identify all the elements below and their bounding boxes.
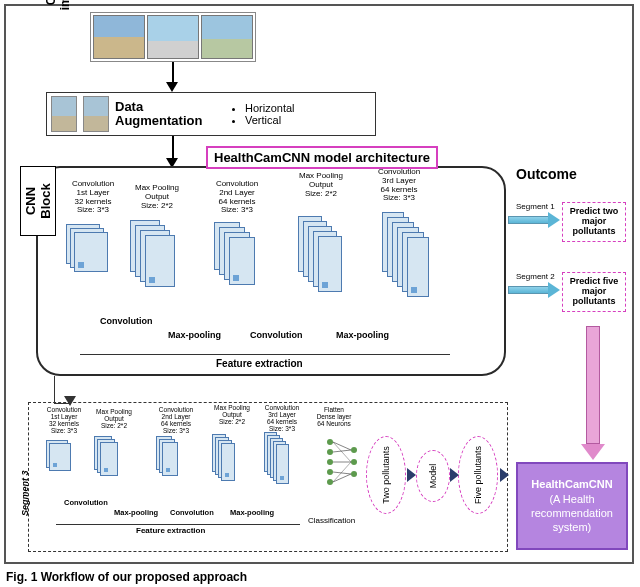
oval-five: Five pollutants	[458, 436, 498, 514]
workflow-diagram: Captured image data Data Augmentation Ho…	[4, 4, 634, 564]
svg-point-7	[351, 471, 357, 477]
svg-point-3	[327, 469, 333, 475]
outcome-arrow-2	[508, 282, 550, 298]
predict-two-box: Predict two major pollutants	[562, 202, 626, 242]
s3-classification: Classification	[308, 516, 355, 525]
svg-line-9	[333, 450, 351, 452]
svg-line-8	[333, 442, 351, 450]
svg-point-4	[327, 479, 333, 485]
segment-3-label: Segment 3	[20, 470, 30, 516]
oval-five-label: Five pollutants	[473, 446, 483, 504]
s3-feature-label: Feature extraction	[136, 526, 205, 535]
s3-op-conv2: Convolution	[170, 508, 214, 517]
svg-line-11	[333, 472, 351, 474]
aug-item-vertical: Vertical	[245, 114, 295, 126]
final-title: HealthCamCNN	[522, 477, 622, 491]
final-subtitle: (A Health recommendation system)	[522, 492, 622, 535]
conv2-label: Convolution 2nd Layer 64 kernels Size: 3…	[210, 180, 264, 215]
op-mp-2: Max-pooling	[336, 330, 389, 340]
aug-thumb-2	[83, 96, 109, 132]
s3-op-conv1: Convolution	[64, 498, 108, 507]
feature-line	[80, 354, 450, 355]
final-healthcamcnn-box: HealthCamCNN (A Health recommendation sy…	[516, 462, 628, 550]
oval-model: Model	[416, 450, 450, 502]
oval-two-label: Two pollutants	[381, 446, 391, 504]
svg-point-2	[327, 459, 333, 465]
segment-2-label: Segment 2	[516, 272, 555, 281]
chevron-2	[450, 468, 459, 482]
model-header: HealthCamCNN model architecture	[206, 146, 438, 169]
svg-point-5	[351, 447, 357, 453]
s3-feature-line	[56, 524, 300, 525]
s3-conv2: Convolution 2nd Layer 64 kernels Size: 3…	[154, 406, 198, 435]
thumb-2	[147, 15, 199, 59]
conv3-label: Convolution 3rd Layer 64 kernels Size: 3…	[372, 168, 426, 203]
svg-point-1	[327, 449, 333, 455]
predict-five-box: Predict five major pollutants	[562, 272, 626, 312]
thumb-1	[93, 15, 145, 59]
augmentation-box: Data Augmentation Horizontal Vertical	[46, 92, 376, 136]
captured-label: Captured image data	[44, 0, 72, 14]
mp1-label: Max Pooling Output Size: 2*2	[130, 184, 184, 210]
svg-point-0	[327, 439, 333, 445]
cnn-block-label: CNN Block	[20, 166, 56, 236]
thumb-3	[201, 15, 253, 59]
op-conv-1: Convolution	[100, 316, 153, 326]
oval-model-label: Model	[428, 464, 438, 489]
svg-point-6	[351, 459, 357, 465]
aug-thumb-1	[51, 96, 77, 132]
s3-conv3: Convolution 3rd Layer 64 kernels Size: 3…	[260, 404, 304, 433]
figure-caption: Fig. 1 Workflow of our proposed approach	[6, 570, 634, 584]
arrow-shaft	[172, 62, 174, 82]
augmentation-list: Horizontal Vertical	[231, 102, 295, 126]
s3-dense-layer	[324, 436, 364, 494]
conv1-label: Convolution 1st Layer 32 kernels Size: 3…	[66, 180, 120, 215]
feature-label: Feature extraction	[216, 358, 303, 369]
aug-item-horizontal: Horizontal	[245, 102, 295, 114]
op-mp-1: Max-pooling	[168, 330, 221, 340]
s3-mp2: Max Pooling Output Size: 2*2	[210, 404, 254, 425]
s3-op-mp1: Max-pooling	[114, 508, 158, 517]
segment-1-label: Segment 1	[516, 202, 555, 211]
svg-line-12	[333, 474, 351, 482]
s3-flatten: Flatten Dense layer 64 Neurons	[312, 406, 356, 427]
augmentation-title: Data Augmentation	[115, 100, 225, 129]
captured-images	[90, 12, 256, 62]
arrow-head	[166, 82, 178, 92]
mp2-label: Max Pooling Output Size: 2*2	[294, 172, 348, 198]
oval-two: Two pollutants	[366, 436, 406, 514]
s3-op-mp2: Max-pooling	[230, 508, 274, 517]
outcome-arrow-1	[508, 212, 550, 228]
outcome-label: Outcome	[516, 166, 577, 182]
s3-conv1: Convolution 1st Layer 32 kernels Size: 3…	[42, 406, 86, 435]
chevron-1	[407, 468, 416, 482]
chevron-3	[500, 468, 509, 482]
caption-text: Fig. 1 Workflow of our proposed approach	[6, 570, 247, 584]
arrow-shaft-2	[172, 136, 174, 158]
op-conv-2: Convolution	[250, 330, 303, 340]
s3-mp1: Max Pooling Output Size: 2*2	[92, 408, 136, 429]
